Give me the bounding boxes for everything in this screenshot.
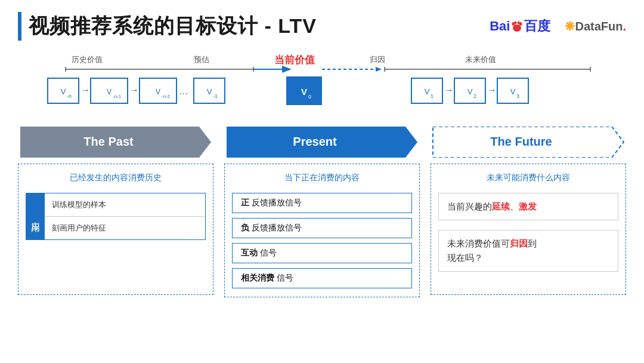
svg-text:V: V: [107, 88, 112, 96]
svg-text:→: →: [444, 85, 454, 95]
apply-label: 应用: [26, 193, 45, 239]
svg-text:→: →: [80, 85, 90, 95]
svg-text:-n-1: -n-1: [113, 94, 122, 99]
svg-text:3: 3: [516, 93, 519, 99]
past-content: 已经发生的内容消费历史 应用 训练模型的样本 刻画用户的特征: [18, 164, 213, 295]
logo-area: Bai 百度 ❋DataFun.: [490, 17, 626, 35]
svg-text:2: 2: [473, 93, 476, 99]
col-future: The Future 未来可能消费什么内容 当前兴趣的延续、激发 未来消费价值可…: [431, 127, 626, 295]
svg-text:1: 1: [431, 93, 434, 99]
future-item-1: 当前兴趣的延续、激发: [438, 193, 618, 220]
future-header: The Future: [431, 127, 626, 158]
svg-text:V: V: [61, 87, 66, 96]
signal-interaction: 互动 信号: [232, 243, 412, 263]
svg-text:V: V: [156, 88, 160, 96]
svg-text:→: →: [129, 85, 139, 95]
present-sublabel: 当下正在消费的内容: [284, 173, 360, 183]
timeline-section: 历史价值 预估 当前价值 归因 未来价值: [18, 51, 626, 119]
signal-related: 相关消费 信号: [232, 268, 412, 288]
apply-item-1: 训练模型的样本: [45, 193, 205, 217]
title-bar: 视频推荐系统的目标设计 - LTV: [18, 12, 317, 41]
svg-text:预估: 预估: [194, 55, 209, 64]
col-present: Present 当下正在消费的内容 正 反馈播放信号 负 反馈播放信号 互动 信…: [224, 127, 420, 297]
timeline-svg: 历史价值 预估 当前价值 归因 未来价值: [18, 51, 626, 117]
svg-text:0: 0: [308, 94, 311, 100]
svg-text:历史价值: 历史价值: [72, 55, 103, 64]
svg-point-0: [513, 24, 521, 32]
three-columns: The Past 已经发生的内容消费历史 应用 训练模型的样本 刻画用户的特征: [18, 127, 626, 297]
baidu-logo: Bai 百度: [490, 17, 550, 35]
svg-text:-n: -n: [67, 93, 72, 99]
svg-text:-n-2: -n-2: [162, 94, 171, 99]
future-content: 未来可能消费什么内容 当前兴趣的延续、激发 未来消费价值可归因到 现在吗？: [431, 164, 626, 295]
svg-text:…: …: [179, 86, 188, 96]
present-content: 当下正在消费的内容 正 反馈播放信号 负 反馈播放信号 互动 信号 相关消费 信…: [224, 164, 420, 297]
svg-text:V: V: [425, 87, 430, 96]
baidu-text2: 百度: [524, 17, 550, 35]
header: 视频推荐系统的目标设计 - LTV Bai 百度: [18, 12, 626, 41]
svg-text:V: V: [207, 87, 212, 96]
svg-text:V: V: [467, 87, 473, 96]
page: 视频推荐系统的目标设计 - LTV Bai 百度: [0, 0, 644, 363]
col-past: The Past 已经发生的内容消费历史 应用 训练模型的样本 刻画用户的特征: [18, 127, 213, 295]
svg-point-3: [515, 21, 517, 24]
future-sublabel: 未来可能消费什么内容: [487, 173, 570, 183]
svg-text:V: V: [510, 87, 516, 96]
baidu-paw-icon: [510, 20, 524, 33]
apply-item-2: 刻画用户的特征: [45, 217, 205, 239]
baidu-text: Bai: [490, 19, 510, 34]
svg-text:-1: -1: [213, 93, 218, 99]
signal-negative: 负 反馈播放信号: [232, 218, 412, 238]
svg-text:V: V: [301, 87, 307, 97]
past-sublabel: 已经发生的内容消费历史: [70, 173, 162, 183]
svg-text:The Past: The Past: [83, 135, 134, 148]
svg-text:→: →: [487, 85, 497, 95]
signal-positive: 正 反馈播放信号: [232, 193, 412, 213]
past-header: The Past: [18, 127, 213, 158]
svg-text:未来价值: 未来价值: [465, 55, 496, 64]
present-header: Present: [224, 127, 420, 158]
svg-text:Present: Present: [293, 135, 337, 148]
apply-box: 应用 训练模型的样本 刻画用户的特征: [26, 193, 206, 240]
svg-text:The Future: The Future: [490, 135, 552, 148]
svg-text:归因: 归因: [370, 55, 385, 64]
datafun-logo: ❋DataFun.: [565, 19, 626, 33]
future-item-2: 未来消费价值可归因到 现在吗？: [438, 230, 618, 272]
svg-point-4: [518, 21, 520, 24]
page-title: 视频推荐系统的目标设计 - LTV: [29, 13, 317, 40]
svg-text:当前价值: 当前价值: [274, 54, 315, 66]
apply-items: 训练模型的样本 刻画用户的特征: [45, 193, 205, 239]
title-accent: [18, 12, 21, 41]
svg-marker-15: [376, 67, 382, 72]
